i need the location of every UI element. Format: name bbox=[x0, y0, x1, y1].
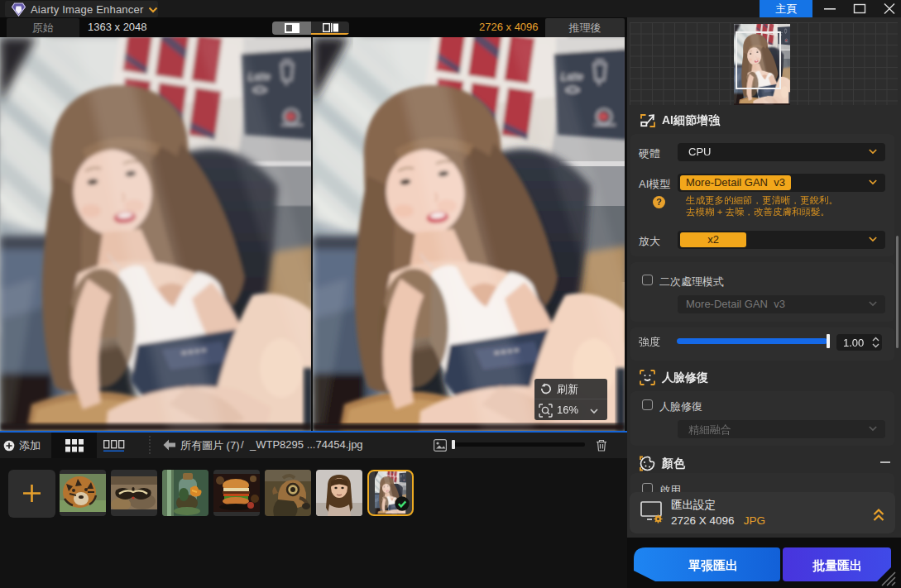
svg-text:單張匯出: 單張匯出 bbox=[688, 558, 738, 572]
svg-text:批量匯出: 批量匯出 bbox=[812, 558, 862, 572]
